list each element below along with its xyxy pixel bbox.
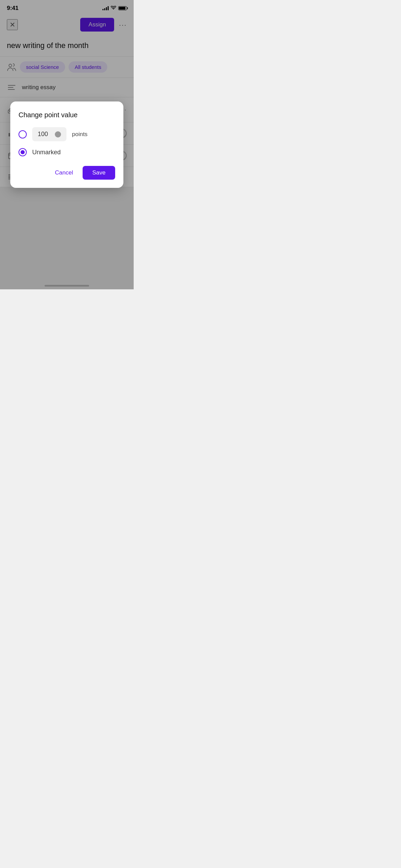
point-input[interactable]: 100 [32,127,66,141]
save-button[interactable]: Save [83,166,115,180]
unmarked-radio[interactable] [19,148,27,156]
points-label: points [72,131,87,138]
input-drag-handle [55,131,61,137]
points-radio[interactable] [19,130,27,138]
points-option[interactable]: 100 points [19,127,115,141]
modal-overlay: Change point value 100 points Unmarked C… [0,0,134,289]
modal-title: Change point value [19,111,115,119]
modal-dialog: Change point value 100 points Unmarked C… [10,101,123,188]
unmarked-option[interactable]: Unmarked [19,148,115,156]
modal-actions: Cancel Save [19,166,115,180]
point-value: 100 [38,131,52,138]
cancel-button[interactable]: Cancel [49,166,78,180]
unmarked-label: Unmarked [32,149,61,156]
